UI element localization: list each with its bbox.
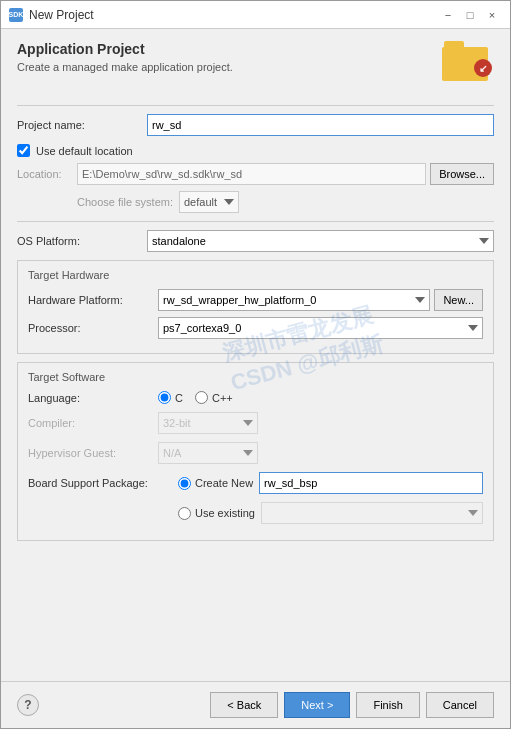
header-text: Application Project Create a managed mak… — [17, 41, 233, 73]
title-bar-left: SDK New Project — [9, 8, 94, 22]
target-software-title: Target Software — [28, 371, 483, 383]
page-subtitle: Create a managed make application projec… — [17, 61, 233, 73]
folder-arrow-icon: ↙ — [474, 59, 492, 77]
filesystem-select[interactable]: default — [179, 191, 239, 213]
lang-c-option: C — [158, 391, 183, 404]
os-divider — [17, 221, 494, 222]
bsp-existing-select[interactable] — [261, 502, 483, 524]
bsp-use-existing-radio[interactable] — [178, 507, 191, 520]
hw-new-button[interactable]: New... — [434, 289, 483, 311]
language-radio-group: C C++ — [158, 391, 483, 404]
processor-select[interactable]: ps7_cortexa9_0 — [158, 317, 483, 339]
finish-button[interactable]: Finish — [356, 692, 419, 718]
window-title: New Project — [29, 8, 94, 22]
lang-cpp-radio[interactable] — [195, 391, 208, 404]
folder-icon: ↙ — [442, 41, 490, 81]
close-button[interactable]: × — [482, 5, 502, 25]
target-software-group: Target Software Language: C C++ Com — [17, 362, 494, 541]
bsp-label: Board Support Package: — [28, 477, 178, 489]
project-name-input[interactable] — [147, 114, 494, 136]
hypervisor-row: Hypervisor Guest: N/A — [28, 442, 483, 464]
hypervisor-select[interactable]: N/A — [158, 442, 258, 464]
filesystem-row: Choose file system: default — [17, 191, 494, 213]
compiler-row: Compiler: 32-bit — [28, 412, 483, 434]
os-platform-select[interactable]: standalone — [147, 230, 494, 252]
hypervisor-label: Hypervisor Guest: — [28, 447, 158, 459]
hw-platform-label: Hardware Platform: — [28, 294, 158, 306]
bsp-create-new-option: Create New — [178, 477, 259, 490]
window: SDK New Project − □ × 深圳市雷龙发展CSDN @邱利斯 A… — [0, 0, 511, 729]
lang-cpp-label: C++ — [212, 392, 233, 404]
use-default-location-row: Use default location — [17, 144, 494, 157]
hw-platform-select[interactable]: rw_sd_wrapper_hw_platform_0 — [158, 289, 430, 311]
processor-row: Processor: ps7_cortexa9_0 — [28, 317, 483, 339]
compiler-label: Compiler: — [28, 417, 158, 429]
language-label: Language: — [28, 392, 158, 404]
header-section: Application Project Create a managed mak… — [17, 41, 494, 93]
bsp-create-new-radio[interactable] — [178, 477, 191, 490]
target-hardware-title: Target Hardware — [28, 269, 483, 281]
bsp-row: Board Support Package: Create New — [28, 472, 483, 494]
bsp-name-input[interactable] — [259, 472, 483, 494]
next-button[interactable]: Next > — [284, 692, 350, 718]
header-icon: ↙ — [442, 41, 494, 93]
location-input[interactable] — [77, 163, 426, 185]
location-row: Location: Browse... — [17, 163, 494, 185]
lang-cpp-option: C++ — [195, 391, 233, 404]
bsp-create-new-label: Create New — [195, 477, 253, 489]
sdk-icon: SDK — [9, 8, 23, 22]
bsp-existing-row: Use existing — [28, 502, 483, 524]
browse-button[interactable]: Browse... — [430, 163, 494, 185]
os-platform-row: OS Platform: standalone — [17, 230, 494, 252]
compiler-select[interactable]: 32-bit — [158, 412, 258, 434]
footer-right: < Back Next > Finish Cancel — [210, 692, 494, 718]
processor-label: Processor: — [28, 322, 158, 334]
maximize-button[interactable]: □ — [460, 5, 480, 25]
back-button[interactable]: < Back — [210, 692, 278, 718]
lang-c-radio[interactable] — [158, 391, 171, 404]
location-label: Location: — [17, 168, 77, 180]
help-button[interactable]: ? — [17, 694, 39, 716]
bsp-use-existing-option: Use existing — [178, 507, 261, 520]
project-name-label: Project name: — [17, 119, 147, 131]
os-platform-label: OS Platform: — [17, 235, 147, 247]
cancel-button[interactable]: Cancel — [426, 692, 494, 718]
hw-platform-row: Hardware Platform: rw_sd_wrapper_hw_plat… — [28, 289, 483, 311]
bsp-use-existing-label: Use existing — [195, 507, 255, 519]
title-bar: SDK New Project − □ × — [1, 1, 510, 29]
minimize-button[interactable]: − — [438, 5, 458, 25]
page-title: Application Project — [17, 41, 233, 57]
target-hardware-group: Target Hardware Hardware Platform: rw_sd… — [17, 260, 494, 354]
use-default-location-label: Use default location — [36, 145, 133, 157]
lang-c-label: C — [175, 392, 183, 404]
content-area: 深圳市雷龙发展CSDN @邱利斯 Application Project Cre… — [1, 29, 510, 681]
footer-left: ? — [17, 694, 39, 716]
project-name-row: Project name: — [17, 114, 494, 136]
header-divider — [17, 105, 494, 106]
filesystem-label: Choose file system: — [77, 196, 173, 208]
use-default-location-checkbox[interactable] — [17, 144, 30, 157]
window-controls: − □ × — [438, 5, 502, 25]
footer: ? < Back Next > Finish Cancel — [1, 681, 510, 728]
language-row: Language: C C++ — [28, 391, 483, 404]
